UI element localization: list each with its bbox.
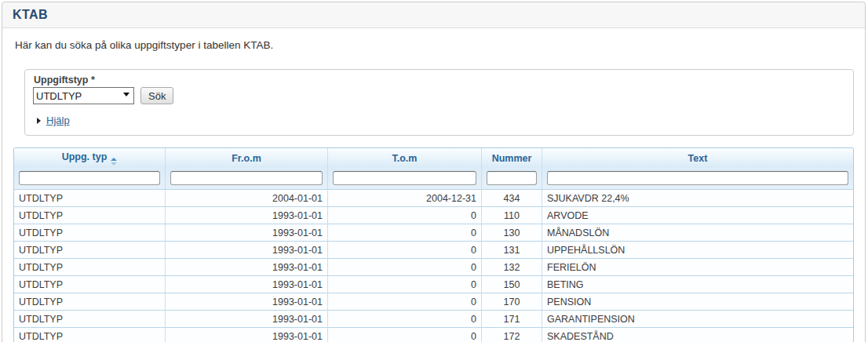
table-filter-row (14, 168, 853, 189)
cell-fr-o-m: 1993-01-01 (165, 206, 327, 224)
cell-fr-o-m: 1993-01-01 (165, 258, 327, 275)
uppgiftstyp-label-text: Uppgiftstyp (34, 75, 88, 86)
cell-text: BETING (542, 275, 853, 293)
cell-uppg-typ: UTDLTYP (14, 275, 165, 293)
filter-input-nummer[interactable] (487, 171, 537, 185)
filter-cell (481, 168, 542, 189)
table-row: UTDLTYP1993-01-010171GARANTIPENSION (14, 310, 853, 327)
table-row: UTDLTYP2004-01-012004-12-31434SJUKAVDR 2… (14, 189, 853, 206)
help-row: Hjälp (37, 115, 845, 126)
cell-fr-o-m: 1993-01-01 (165, 293, 327, 310)
cell-text: FERIELÖN (542, 258, 853, 275)
filter-input-text[interactable] (547, 171, 848, 185)
column-header-uppg-typ[interactable]: Uppg. typ (14, 148, 165, 168)
cell-t-o-m: 0 (327, 241, 481, 258)
column-header-t-o-m[interactable]: T.o.m (327, 148, 481, 168)
column-header-fr-o-m[interactable]: Fr.o.m (165, 148, 327, 168)
results-table-wrap: Uppg. typFr.o.mT.o.mNummerText UTDLTYP20… (13, 147, 854, 342)
cell-nummer: 132 (481, 258, 542, 275)
cell-t-o-m: 2004-12-31 (327, 189, 481, 206)
cell-nummer: 434 (481, 189, 542, 206)
filter-cell (327, 168, 481, 189)
cell-text: ARVODE (542, 206, 853, 224)
column-header-text[interactable]: Text (542, 148, 853, 168)
uppgiftstyp-select-wrap: UTDLTYP (33, 87, 134, 104)
cell-nummer: 170 (481, 293, 542, 310)
form-controls: UTDLTYP Sök (33, 87, 845, 104)
table-body: UTDLTYP2004-01-012004-12-31434SJUKAVDR 2… (14, 189, 853, 342)
cell-fr-o-m: 1993-01-01 (165, 241, 327, 258)
search-form: Uppgiftstyp * UTDLTYP Sök Hjälp (24, 69, 854, 136)
cell-t-o-m: 0 (327, 327, 481, 342)
cell-t-o-m: 0 (327, 293, 481, 310)
cell-text: GARANTIPENSION (542, 310, 853, 327)
table-row: UTDLTYP1993-01-010130MÅNADSLÖN (14, 224, 853, 241)
cell-nummer: 150 (481, 275, 542, 293)
filter-input-uppg-typ[interactable] (19, 171, 160, 185)
cell-uppg-typ: UTDLTYP (14, 327, 165, 342)
cell-fr-o-m: 1993-01-01 (165, 327, 327, 342)
filter-cell (14, 168, 165, 189)
cell-fr-o-m: 1993-01-01 (165, 275, 327, 293)
cell-nummer: 171 (481, 310, 542, 327)
column-header-label: Uppg. typ (62, 151, 108, 162)
uppgiftstyp-label: Uppgiftstyp * (34, 75, 845, 86)
search-button[interactable]: Sök (140, 87, 173, 104)
cell-nummer: 130 (481, 224, 542, 241)
cell-text: UPPEHÅLLSLÖN (542, 241, 853, 258)
table-row: UTDLTYP1993-01-010110ARVODE (14, 206, 853, 224)
cell-fr-o-m: 1993-01-01 (165, 310, 327, 327)
intro-text: Här kan du söka på olika uppgiftstyper i… (15, 39, 852, 51)
uppgiftstyp-select[interactable]: UTDLTYP (33, 87, 134, 104)
filter-input-t-o-m[interactable] (333, 171, 476, 185)
cell-uppg-typ: UTDLTYP (14, 189, 165, 206)
cell-text: SJUKAVDR 22,4% (542, 189, 853, 206)
table-row: UTDLTYP1993-01-010172SKADESTÅND (14, 327, 853, 342)
cell-fr-o-m: 1993-01-01 (165, 224, 327, 241)
cell-t-o-m: 0 (327, 275, 481, 293)
page-title: KTAB (13, 8, 855, 22)
cell-fr-o-m: 2004-01-01 (165, 189, 327, 206)
cell-t-o-m: 0 (327, 258, 481, 275)
cell-text: SKADESTÅND (542, 327, 853, 342)
cell-nummer: 131 (481, 241, 542, 258)
cell-uppg-typ: UTDLTYP (14, 206, 165, 224)
help-link[interactable]: Hjälp (46, 115, 70, 126)
cell-nummer: 110 (481, 206, 542, 224)
cell-uppg-typ: UTDLTYP (14, 310, 165, 327)
column-header-nummer[interactable]: Nummer (481, 148, 542, 168)
table-row: UTDLTYP1993-01-010150BETING (14, 275, 853, 293)
cell-nummer: 172 (481, 327, 542, 342)
column-header-label: Text (688, 153, 708, 164)
cell-text: PENSION (542, 293, 853, 310)
required-marker: * (91, 75, 95, 86)
page-content: Här kan du söka på olika uppgiftstyper i… (2, 39, 865, 342)
filter-cell (542, 168, 853, 189)
triangle-right-icon (37, 118, 41, 124)
cell-uppg-typ: UTDLTYP (14, 241, 165, 258)
page-container: KTAB Här kan du söka på olika uppgiftsty… (2, 2, 866, 342)
table-row: UTDLTYP1993-01-010170PENSION (14, 293, 853, 310)
results-table: Uppg. typFr.o.mT.o.mNummerText UTDLTYP20… (14, 148, 853, 342)
filter-cell (165, 168, 327, 189)
column-header-label: Nummer (492, 153, 532, 164)
table-row: UTDLTYP1993-01-010131UPPEHÅLLSLÖN (14, 241, 853, 258)
cell-t-o-m: 0 (327, 224, 481, 241)
cell-t-o-m: 0 (327, 310, 481, 327)
table-row: UTDLTYP1993-01-010132FERIELÖN (14, 258, 853, 275)
cell-text: MÅNADSLÖN (542, 224, 853, 241)
cell-t-o-m: 0 (327, 206, 481, 224)
table-header-row: Uppg. typFr.o.mT.o.mNummerText (14, 148, 853, 168)
column-header-label: T.o.m (392, 153, 418, 164)
page-header-band: KTAB (2, 2, 865, 28)
sort-asc-icon (111, 158, 117, 166)
filter-input-fr-o-m[interactable] (170, 171, 323, 185)
cell-uppg-typ: UTDLTYP (14, 258, 165, 275)
cell-uppg-typ: UTDLTYP (14, 224, 165, 241)
cell-uppg-typ: UTDLTYP (14, 293, 165, 310)
column-header-label: Fr.o.m (232, 153, 261, 164)
